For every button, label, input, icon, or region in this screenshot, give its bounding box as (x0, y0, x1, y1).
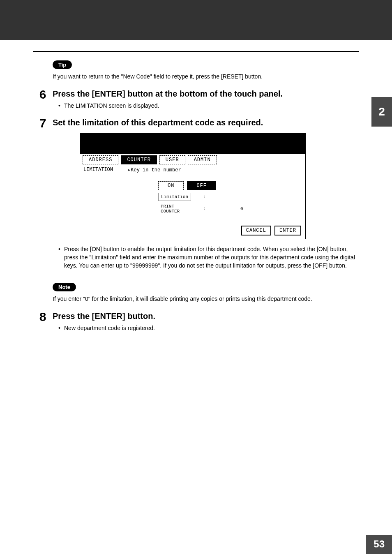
page-footer: 53 (0, 535, 392, 554)
chapter-side-tab: 2 (371, 97, 392, 127)
print-counter-value: 0 (219, 206, 243, 211)
step-title: Set the limitation of this department co… (53, 117, 359, 128)
limitation-field[interactable]: Limitation (158, 193, 191, 201)
step-8: 8 Press the [ENTER] button. New departme… (33, 311, 359, 338)
top-header-bar (0, 0, 392, 40)
colon: : (203, 206, 206, 211)
note-text: If you enter "0" for the limitation, it … (53, 295, 359, 303)
step-title: Press the [ENTER] button at the bottom o… (53, 88, 359, 99)
tab-user[interactable]: USER (159, 155, 185, 164)
limitation-header: LIMITATION ▸Key in the number (80, 164, 305, 174)
on-button[interactable]: ON (158, 181, 184, 190)
tip-pill: Tip (53, 60, 72, 69)
limitation-label: LIMITATION (83, 167, 113, 173)
tab-admin[interactable]: ADMIN (188, 155, 217, 164)
limitation-value: - (219, 194, 243, 199)
step-bullet: New department code is registered. (58, 324, 359, 332)
step-title: Press the [ENTER] button. (53, 311, 359, 321)
step-number: 6 (33, 88, 53, 115)
step-bullet: Press the [ON] button to enable the outp… (58, 245, 359, 270)
note-pill: Note (53, 283, 76, 291)
print-counter-label: PRINT COUNTER (158, 203, 191, 215)
screenshot-tabs: ADDRESS COUNTER USER ADMIN (80, 154, 305, 164)
colon: : (203, 194, 206, 199)
step-number: 8 (33, 311, 53, 338)
step-bullet: The LIMITATION screen is displayed. (58, 102, 359, 110)
off-button[interactable]: OFF (187, 181, 216, 190)
enter-button[interactable]: ENTER (274, 226, 301, 235)
screenshot-blackbar (80, 133, 305, 154)
cancel-button[interactable]: CANCEL (241, 226, 271, 235)
step-number: 7 (33, 117, 53, 130)
page-number: 53 (366, 535, 392, 554)
limitation-screenshot: ADDRESS COUNTER USER ADMIN LIMITATION ▸K… (80, 133, 306, 239)
step-7: 7 Set the limitation of this department … (33, 117, 359, 130)
tab-counter[interactable]: COUNTER (121, 155, 157, 164)
page-content: Tip If you want to return to the "New Co… (0, 52, 392, 338)
limitation-hint: ▸Key in the number (128, 167, 181, 173)
tip-text: If you want to return to the "New Code" … (53, 72, 359, 81)
step-6: 6 Press the [ENTER] button at the bottom… (33, 88, 359, 115)
tab-address[interactable]: ADDRESS (83, 155, 118, 164)
